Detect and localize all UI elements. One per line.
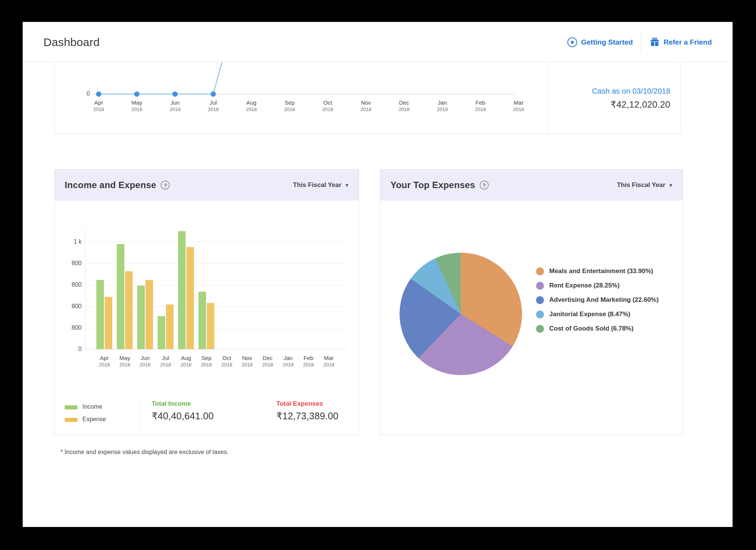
bar-x-label: Apr2018	[94, 355, 115, 368]
income-bar	[137, 286, 145, 349]
pie-legend-label: Rent Expense (28.25%)	[549, 282, 620, 289]
expense-bar	[105, 297, 112, 349]
bar-x-label: Jan2019	[278, 355, 298, 368]
top-expenses-header: Your Top Expenses ? This Fiscal Year ▼	[380, 170, 683, 201]
pie-legend-item: Rent Expense (28.25%)	[536, 278, 658, 293]
income-bar	[198, 292, 206, 349]
pie-legend-item: Janitorial Expense (8.47%)	[536, 307, 658, 321]
bar-x-label: Mar2018	[319, 355, 339, 368]
pie-legend-label: Meals and Entertainment (33.90%)	[549, 267, 653, 275]
cash-amount: ₹42,12,020.20	[610, 99, 670, 110]
cashflow-line-chart	[54, 62, 547, 134]
play-circle-icon	[567, 37, 577, 47]
screenshot-canvas: Dashboard Getting Started	[0, 0, 756, 550]
pie-legend-item: Cost of Goods Sold (6.78%)	[536, 321, 658, 336]
app-page: Dashboard Getting Started	[23, 22, 733, 527]
bar-y-tick: 0	[58, 346, 82, 352]
totals-divider	[139, 401, 140, 430]
getting-started-label: Getting Started	[581, 38, 633, 46]
total-expenses-label: Total Expenses	[276, 400, 323, 408]
bar-x-label: Oct2018	[217, 355, 237, 368]
cashflow-point	[211, 91, 216, 97]
total-expenses-value: ₹12,73,389.00	[276, 411, 338, 422]
pie-legend-label: Advertising And Marketing (22.60%)	[549, 296, 658, 304]
getting-started-link[interactable]: Getting Started	[567, 37, 633, 47]
income-bar	[178, 231, 186, 349]
pie-legend-item: Meals and Entertainment (33.90%)	[536, 264, 658, 278]
bar-y-tick: 1 k	[58, 238, 82, 245]
cashflow-point	[96, 91, 101, 97]
cashflow-point	[134, 91, 139, 97]
fiscal-year-label: This Fiscal Year	[617, 181, 665, 189]
cashflow-point	[172, 91, 178, 97]
cash-summary: Cash as on 03/10/2018 ₹42,12,020.20	[547, 62, 681, 134]
cashflow-zero-tick: 0	[82, 90, 90, 97]
page-header: Dashboard Getting Started	[23, 22, 733, 62]
bar-x-label: Feb2018	[298, 355, 319, 368]
expense-legend-label: Expense	[82, 416, 106, 423]
cash-flow-panel: 0 Apr2018May2018Jun2018Jul2018Aug2018Sep…	[54, 62, 680, 134]
bar-x-label: Aug2018	[176, 355, 196, 368]
pie-legend-dot-icon	[536, 296, 544, 304]
gridline	[85, 242, 346, 242]
top-expenses-title: Your Top Expenses	[390, 180, 475, 190]
bar-x-label: Sep2018	[196, 355, 217, 368]
refer-a-friend-label: Refer a Friend	[663, 38, 712, 46]
header-divider	[641, 31, 641, 53]
pie-legend-label: Janitorial Expense (8.47%)	[549, 311, 630, 318]
total-income-label: Total Income	[152, 400, 191, 408]
income-legend-label: Income	[82, 403, 102, 410]
pie-legend-dot-icon	[536, 311, 544, 318]
bar-y-tick: 800	[58, 303, 82, 310]
pie-legend-dot-icon	[536, 325, 544, 333]
bar-y-tick: 800	[58, 324, 82, 331]
top-expenses-fiscal-year-dropdown[interactable]: This Fiscal Year ▼	[617, 181, 673, 189]
chevron-down-icon: ▼	[668, 182, 673, 188]
tax-footnote: * Income and expense values displayed ar…	[60, 449, 229, 456]
expense-bar	[166, 304, 174, 349]
bar-y-tick: 800	[58, 281, 82, 288]
top-expenses-legend: Meals and Entertainment (33.90%)Rent Exp…	[536, 264, 658, 336]
bar-y-axis-line	[85, 228, 85, 349]
cash-as-on-link[interactable]: Cash as on 03/10/2018	[592, 87, 670, 96]
income-bar	[158, 316, 165, 349]
top-expenses-pie-chart	[400, 253, 522, 375]
pie-legend-item: Advertising And Marketing (22.60%)	[536, 293, 658, 307]
bar-x-label: Jul2018	[155, 355, 176, 368]
bar-x-label: Jun2018	[135, 355, 155, 368]
bar-x-label: May2018	[115, 355, 135, 368]
expense-legend-swatch	[65, 418, 77, 422]
bar-x-label: Nov2018	[237, 355, 257, 368]
refer-a-friend-link[interactable]: Refer a Friend	[650, 37, 712, 47]
income-expense-plot: 1 k8008008008000Apr2018May2018Jun2018Jul…	[54, 170, 359, 435]
top-expenses-panel: Your Top Expenses ? This Fiscal Year ▼ M…	[380, 169, 683, 435]
expense-bar	[125, 271, 133, 349]
expense-bar	[146, 280, 153, 349]
bar-y-tick: 800	[58, 260, 82, 267]
income-bar	[96, 280, 104, 349]
total-income-value: ₹40,40,641.00	[152, 411, 214, 422]
zero-line	[85, 349, 346, 349]
pie-legend-dot-icon	[536, 282, 544, 290]
income-expense-panel: Income and Expense ? This Fiscal Year ▼ …	[54, 169, 359, 435]
pie-legend-dot-icon	[536, 267, 544, 275]
cashflow-line	[99, 62, 223, 94]
income-bar	[117, 244, 124, 349]
page-title: Dashboard	[43, 22, 100, 62]
help-icon[interactable]: ?	[480, 181, 489, 190]
expense-bar	[207, 303, 214, 349]
income-legend-swatch	[65, 405, 77, 409]
gift-icon	[650, 37, 660, 47]
bar-x-label: Dec2018	[257, 355, 278, 368]
cashflow-chart-area: 0 Apr2018May2018Jun2018Jul2018Aug2018Sep…	[54, 62, 547, 134]
expense-bar	[186, 247, 194, 349]
header-links: Getting Started Refer a Friend	[567, 22, 712, 62]
pie-legend-label: Cost of Goods Sold (6.78%)	[549, 325, 634, 332]
